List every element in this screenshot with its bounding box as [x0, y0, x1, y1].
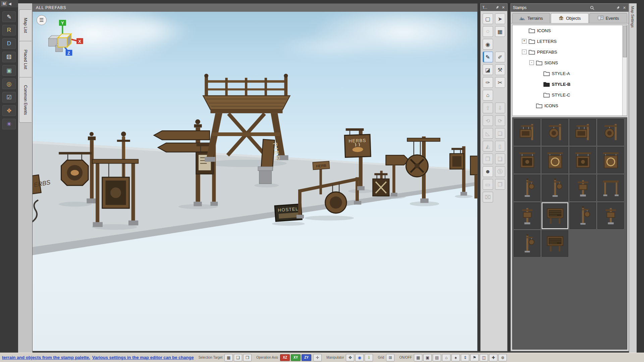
- app-menu-header[interactable]: M ◀: [0, 0, 18, 7]
- tree-scrollbar[interactable]: [622, 25, 627, 116]
- rotate-cw-tool-button[interactable]: ⟳: [495, 115, 505, 126]
- stamp-item-6-hang2[interactable]: [542, 147, 568, 173]
- axis-zy-button[interactable]: ZY: [302, 354, 311, 361]
- axis-xy-button[interactable]: XY: [291, 354, 301, 361]
- viewport-scene[interactable]: ERBS: [33, 12, 477, 351]
- brush-tool-button[interactable]: ✐: [495, 52, 505, 62]
- stamp-item-18-board[interactable]: [542, 230, 568, 257]
- tab-events[interactable]: Events: [589, 13, 627, 23]
- rotate-ccw-tool-button[interactable]: ⟲: [483, 115, 493, 126]
- height-tool-icon[interactable]: ⇩: [365, 354, 373, 361]
- dropper-tool-button[interactable]: ✑: [483, 77, 493, 88]
- database-icon[interactable]: D: [2, 38, 16, 49]
- app-menu-button[interactable]: M: [1, 1, 7, 6]
- stamp-item-4-bracket2[interactable]: [597, 119, 624, 145]
- help-link-2[interactable]: Various settings in the map editor can b…: [92, 355, 194, 360]
- pin-icon[interactable]: [616, 6, 620, 10]
- target-object-icon[interactable]: ❑: [234, 354, 242, 361]
- tab-map-settings[interactable]: Map Settings: [631, 3, 635, 27]
- tree-item-style-c[interactable]: STYLE-C: [513, 89, 627, 100]
- grid-snap-icon[interactable]: ⊞: [386, 354, 394, 361]
- paste-tool-button[interactable]: ❒: [495, 179, 505, 190]
- stamp-item-2-bracket2[interactable]: [542, 119, 568, 145]
- axis-free-icon[interactable]: ✛: [313, 354, 322, 361]
- magnifier-icon[interactable]: ◎: [2, 78, 16, 89]
- character-tool-button[interactable]: ☻: [483, 166, 493, 177]
- stamp-item-15-post2[interactable]: [570, 202, 596, 229]
- tree-scrollbar-thumb[interactable]: [623, 26, 627, 57]
- clear-tool-button[interactable]: ▭: [483, 179, 493, 190]
- person-raise-tool-button[interactable]: ⇧: [483, 103, 493, 113]
- flag-marker-icon[interactable]: ⚑: [470, 354, 479, 361]
- paint-sphere-tool-button[interactable]: ◉: [483, 39, 493, 50]
- tree-item-style-b[interactable]: STYLE-B: [513, 79, 627, 89]
- capture-icon[interactable]: ▣: [423, 354, 432, 361]
- grid-display-icon[interactable]: ▦: [414, 354, 422, 361]
- tab-terrains[interactable]: Terrains: [512, 13, 550, 23]
- map-edit-icon[interactable]: ✎: [2, 11, 16, 22]
- tile-grid-tool-button[interactable]: ▦: [495, 26, 505, 37]
- pin-icon[interactable]: [495, 5, 499, 10]
- stamp-item-1-bracket[interactable]: [514, 119, 540, 145]
- tree-item-icons[interactable]: ICONS: [513, 100, 627, 111]
- select-move-tool-button[interactable]: ➤: [495, 13, 505, 24]
- tree-item-icons[interactable]: ICONS: [513, 25, 627, 36]
- stamp-item-5-hang[interactable]: [514, 147, 540, 173]
- container-icon[interactable]: ◫: [480, 354, 488, 361]
- expand-icon[interactable]: +: [522, 39, 527, 44]
- copy-right-tool-button[interactable]: ❑: [495, 154, 505, 164]
- stamp-item-3-bracket[interactable]: [570, 119, 596, 145]
- screen-icon[interactable]: ▣: [2, 65, 16, 76]
- dice-icon[interactable]: ⚄: [2, 52, 16, 62]
- layers-tool-button[interactable]: ❏: [495, 128, 505, 139]
- elevation-icon[interactable]: ⇕: [461, 354, 469, 361]
- rotate-tool-icon[interactable]: ◉: [355, 354, 364, 361]
- stamp-item-8-hang2[interactable]: [597, 147, 624, 173]
- tab-placed-list[interactable]: Placed List: [19, 41, 32, 78]
- stamp-item-12-frame[interactable]: [597, 175, 624, 201]
- stamp-item-17-post2[interactable]: [514, 230, 540, 257]
- focus-target-icon[interactable]: ⊕: [498, 354, 507, 361]
- select-rect-tool-button[interactable]: ▢: [483, 13, 493, 24]
- tab-map-list[interactable]: Map List: [19, 9, 32, 42]
- trash-tool-button[interactable]: ⌧: [483, 192, 493, 202]
- tab-common-events[interactable]: Common Events: [19, 77, 32, 123]
- tree-item-prefabs[interactable]: -PREFABS: [513, 47, 627, 57]
- help-link-1[interactable]: terrain and objects from the stamp palet…: [2, 355, 90, 360]
- layer-view-icon[interactable]: ▤: [433, 354, 441, 361]
- slope-tool-button[interactable]: ◺: [483, 128, 493, 139]
- badge-s-tool-button[interactable]: Ⓢ: [495, 166, 505, 177]
- scene-3d[interactable]: ERBS: [33, 12, 477, 351]
- stamp-item-7-hang[interactable]: [570, 147, 596, 173]
- select-wand-tool-button[interactable]: ◌: [483, 26, 493, 37]
- add-item-icon[interactable]: ✚: [489, 354, 497, 361]
- transform-icon[interactable]: ✥: [2, 105, 16, 116]
- eraser-tool-button[interactable]: ◪: [483, 64, 493, 75]
- tab-objects[interactable]: Objects: [551, 13, 589, 23]
- scissors-tool-button[interactable]: ✂: [495, 77, 505, 88]
- move-tool-icon[interactable]: ✥: [346, 354, 354, 361]
- collapse-icon[interactable]: ◀: [8, 2, 11, 6]
- pencil-tool-button[interactable]: ✎: [483, 52, 493, 62]
- target-event-icon[interactable]: ❒: [243, 354, 252, 361]
- wedge-tool-button[interactable]: ◭: [483, 141, 493, 152]
- tree-item-signs[interactable]: -SIGNS: [513, 57, 627, 68]
- stamp-item-13-post[interactable]: [514, 202, 540, 229]
- stamp-item-16-post[interactable]: [597, 202, 624, 229]
- search-icon[interactable]: [590, 6, 594, 10]
- close-icon[interactable]: ✕: [501, 5, 505, 10]
- stamp-item-10-post2[interactable]: [542, 175, 568, 201]
- cube-tool-button[interactable]: ▯: [495, 141, 505, 152]
- home-tool-button[interactable]: ⌂: [483, 90, 493, 101]
- axis-gizmo[interactable]: Y X Z: [45, 19, 84, 58]
- tree-item-letters[interactable]: +LETTERS: [513, 36, 627, 47]
- target-terrain-icon[interactable]: ▦: [224, 354, 233, 361]
- resource-icon[interactable]: R: [2, 25, 16, 36]
- axis-xz-button[interactable]: XZ: [280, 354, 290, 361]
- vegetation-icon[interactable]: ♠: [451, 354, 460, 361]
- stamp-item-14-board[interactable]: [542, 202, 568, 229]
- stamp-item-11-post[interactable]: [570, 175, 596, 201]
- hammer-tool-button[interactable]: ⚒: [495, 64, 505, 75]
- sparkle-icon[interactable]: ✳: [2, 119, 16, 129]
- close-icon[interactable]: ✕: [622, 6, 627, 10]
